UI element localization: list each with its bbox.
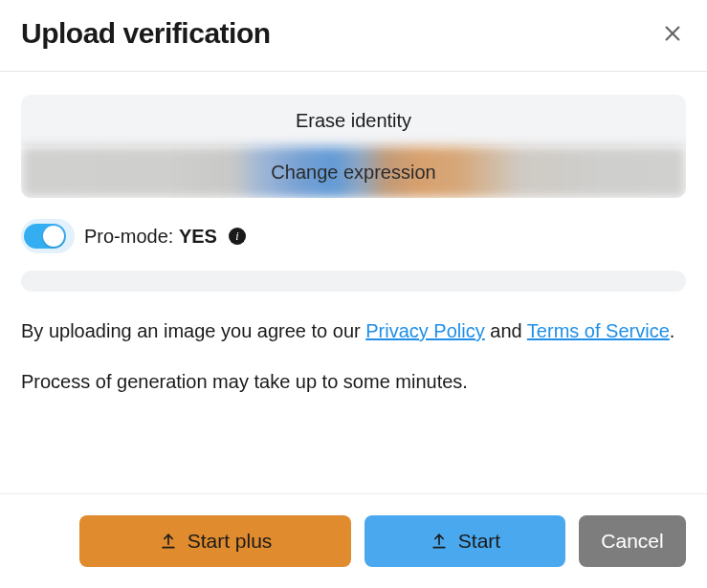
button-label: Cancel	[601, 530, 663, 553]
close-icon	[662, 23, 683, 44]
pro-mode-toggle[interactable]	[24, 224, 66, 249]
upload-icon	[430, 532, 449, 551]
modal-footer: Start plus Start Cancel	[0, 493, 707, 588]
upload-icon	[159, 532, 178, 551]
segment-erase-identity[interactable]: Erase identity	[21, 95, 686, 146]
button-label: Start	[458, 530, 500, 553]
pro-mode-label: Pro-mode: YES	[84, 226, 217, 248]
start-button[interactable]: Start	[365, 515, 565, 567]
pro-mode-toggle-outline	[21, 219, 75, 253]
agreement-suffix: .	[670, 320, 675, 341]
start-plus-button[interactable]: Start plus	[79, 515, 351, 567]
segment-change-expression[interactable]: Change expression	[21, 146, 686, 198]
upload-verification-modal: Upload verification Erase identity Chang…	[0, 0, 707, 588]
pro-mode-label-text: Pro-mode:	[84, 226, 179, 247]
toggle-knob	[43, 226, 64, 247]
mode-segmented-control: Erase identity Change expression	[21, 95, 686, 198]
close-button[interactable]	[659, 20, 686, 47]
terms-of-service-link[interactable]: Terms of Service	[527, 320, 670, 341]
pro-mode-value: YES	[179, 226, 217, 247]
button-label: Start plus	[188, 530, 273, 553]
agreement-text: By uploading an image you agree to our P…	[21, 316, 686, 346]
privacy-policy-link[interactable]: Privacy Policy	[365, 320, 484, 341]
segment-label: Erase identity	[296, 110, 411, 132]
placeholder-bar	[21, 271, 686, 292]
segment-label: Change expression	[271, 162, 435, 184]
modal-body: Erase identity Change expression Pro-mod…	[0, 72, 707, 493]
info-icon[interactable]: i	[229, 228, 246, 245]
generation-note: Process of generation may take up to som…	[21, 371, 686, 393]
cancel-button[interactable]: Cancel	[579, 515, 686, 567]
modal-title: Upload verification	[21, 17, 271, 50]
agreement-mid: and	[485, 320, 527, 341]
pro-mode-row: Pro-mode: YES i	[21, 219, 686, 253]
agreement-prefix: By uploading an image you agree to our	[21, 320, 365, 341]
modal-header: Upload verification	[0, 0, 707, 71]
